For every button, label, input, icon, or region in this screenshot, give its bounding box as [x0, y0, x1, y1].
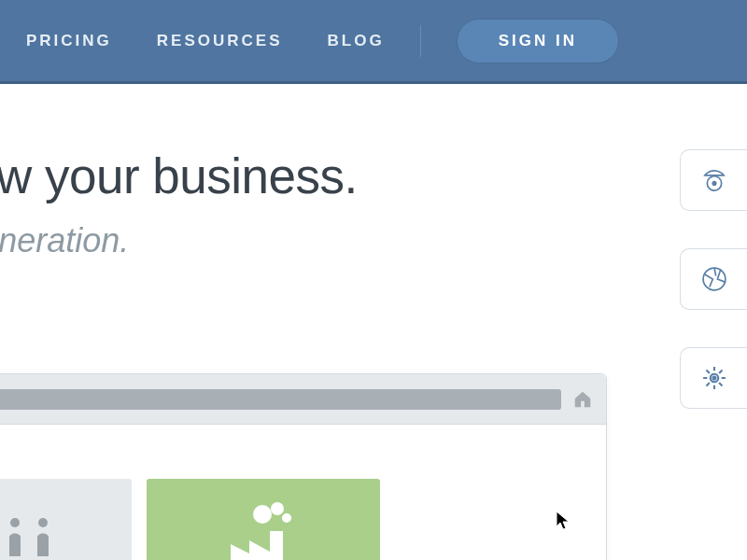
criteria-row [0, 479, 584, 560]
signin-button[interactable]: SIGN IN [457, 19, 619, 63]
svg-point-1 [712, 181, 716, 186]
nav-pricing[interactable]: PRICING [26, 32, 112, 50]
sidebar-icon-buttons [680, 149, 747, 409]
svg-point-7 [10, 518, 20, 527]
nav-blog[interactable]: BLOG [328, 32, 385, 50]
criteria-card-employees[interactable] [0, 479, 132, 560]
factory-icon [212, 497, 315, 560]
mock-browser-toolbar [0, 374, 606, 425]
home-icon [572, 389, 593, 410]
criteria-card-industry[interactable] [147, 479, 380, 560]
nav-divider [420, 25, 421, 57]
svg-point-10 [253, 505, 272, 524]
svg-point-11 [271, 502, 284, 515]
svg-point-4 [712, 375, 716, 380]
globe-icon [698, 263, 730, 295]
nav-resources[interactable]: RESOURCES [157, 32, 283, 50]
mock-address-bar [0, 389, 561, 410]
svg-point-12 [282, 513, 291, 523]
hero-subtitle: out of lead generation. [0, 221, 616, 260]
sidebar-btn-globe[interactable] [680, 248, 747, 310]
product-mock-window: CRITERIA TO TARGET YOUR LEADS [0, 373, 607, 560]
gear-icon [698, 362, 730, 394]
hero-section: nts to grow your business. out of lead g… [0, 84, 616, 260]
mock-body: CRITERIA TO TARGET YOUR LEADS [0, 425, 606, 560]
top-navbar: PRICING RESOURCES BLOG SIGN IN [0, 0, 747, 84]
sidebar-btn-settings[interactable] [680, 347, 747, 409]
svg-rect-9 [270, 531, 283, 560]
miner-icon [698, 164, 730, 196]
hero-title: nts to grow your business. [0, 147, 616, 204]
svg-point-8 [38, 518, 48, 527]
sidebar-btn-miner[interactable] [680, 149, 747, 211]
people-icon [0, 511, 62, 558]
mock-caption: CRITERIA TO TARGET YOUR LEADS [0, 449, 584, 466]
